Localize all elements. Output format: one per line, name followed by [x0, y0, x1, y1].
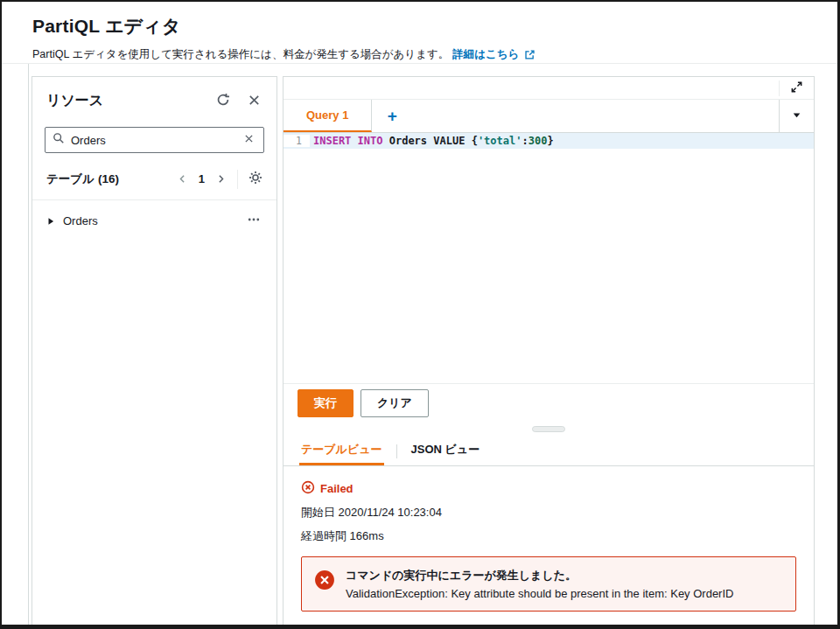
code-editor[interactable]: 1 INSERT INTO Orders VALUE {'total':300}	[284, 133, 814, 384]
page-title: PartiQL エディタ	[32, 14, 837, 38]
editor-actions: 実行 クリア	[284, 384, 814, 423]
pager-divider	[237, 170, 238, 189]
status-row: Failed	[301, 480, 796, 497]
code-token-colon: :	[522, 135, 528, 147]
pagination: 1	[175, 171, 228, 186]
tab-table-view[interactable]: テーブルビュー	[299, 437, 384, 465]
settings-button[interactable]	[247, 169, 264, 189]
result-tab-divider	[396, 444, 397, 458]
add-query-tab-button[interactable]: +	[372, 100, 412, 132]
resize-handle[interactable]	[532, 426, 565, 432]
partiql-editor-window: PartiQL エディタ PartiQL エディタを使用して実行される操作には、…	[0, 0, 840, 629]
ellipsis-icon	[247, 213, 261, 229]
editor-panel: Query 1 + 1 INSERT INTO Orders VALUE {'t…	[283, 76, 815, 625]
learn-more-link[interactable]: 詳細はこちら	[452, 47, 519, 62]
page-number[interactable]: 1	[199, 172, 205, 185]
tables-label: テーブル	[46, 171, 94, 187]
toolbar-divider	[779, 80, 780, 96]
run-button[interactable]: 実行	[298, 389, 354, 417]
fullscreen-button[interactable]	[788, 79, 805, 98]
nav-rail-divider	[28, 64, 29, 625]
content-region: リソース	[2, 64, 837, 625]
billing-notice-text: PartiQL エディタを使用して実行される操作には、料金が発生する場合がありま…	[32, 47, 449, 62]
tab-bar-spacer	[412, 100, 779, 132]
error-text-block: コマンドの実行中にエラーが発生しました。 ValidationException…	[346, 568, 733, 600]
table-name[interactable]: Orders	[63, 214, 245, 227]
page-header: PartiQL エディタ PartiQL エディタを使用して実行される操作には、…	[2, 2, 837, 64]
line-number: 1	[284, 135, 310, 147]
clear-search-button[interactable]	[242, 131, 256, 149]
query-tab-bar: Query 1 +	[284, 100, 814, 133]
code-content: INSERT INTO Orders VALUE {'total':300}	[310, 135, 554, 147]
clear-button[interactable]: クリア	[360, 389, 429, 417]
table-tree-item-orders[interactable]: Orders	[32, 200, 276, 241]
error-circle-icon	[314, 570, 335, 593]
close-panel-button[interactable]	[246, 92, 262, 111]
error-title: コマンドの実行中にエラーが発生しました。	[346, 568, 733, 584]
table-actions-button[interactable]	[245, 211, 262, 231]
code-token-close-brace: }	[547, 135, 553, 147]
table-search-box[interactable]	[45, 127, 264, 153]
tab-query-1[interactable]: Query 1	[284, 100, 372, 132]
tables-list-header: テーブル (16) 1	[46, 169, 264, 189]
code-token-keyword: INSERT INTO	[313, 135, 382, 147]
tables-count: (16)	[98, 172, 119, 185]
search-icon	[52, 132, 65, 148]
resources-title: リソース	[46, 92, 200, 110]
code-token-open-brace: {	[465, 135, 477, 147]
editor-toolbar	[284, 77, 814, 100]
resources-panel: リソース	[32, 76, 277, 625]
error-detail: ValidationException: Key attribute shoul…	[346, 587, 733, 600]
resources-header: リソース	[32, 77, 276, 118]
search-input[interactable]	[71, 134, 242, 147]
error-alert: コマンドの実行中にエラーが発生しました。 ValidationException…	[301, 556, 796, 612]
expand-icon	[790, 80, 803, 96]
code-token-identifiers: Orders VALUE	[389, 135, 466, 147]
refresh-icon	[216, 93, 230, 109]
page-description: PartiQL エディタを使用して実行される操作には、料金が発生する場合がありま…	[32, 47, 837, 62]
query-tab-label: Query 1	[306, 108, 348, 122]
code-token-number: 300	[528, 135, 548, 147]
elapsed-time-line: 経過時間 166ms	[301, 528, 796, 544]
refresh-button[interactable]	[214, 91, 232, 111]
result-tab-bar: テーブルビュー JSON ビュー	[284, 437, 814, 466]
gear-icon	[248, 171, 262, 187]
chevron-down-icon	[792, 109, 802, 122]
external-link-icon	[524, 49, 536, 60]
close-icon	[248, 94, 261, 109]
code-token-string: 'total'	[478, 135, 522, 147]
prev-page-button[interactable]	[175, 171, 190, 186]
failed-icon	[301, 480, 315, 497]
editor-line-1[interactable]: 1 INSERT INTO Orders VALUE {'total':300}	[284, 133, 814, 149]
start-date-line: 開始日 2020/11/24 10:23:04	[301, 505, 796, 521]
result-body: Failed 開始日 2020/11/24 10:23:04 経過時間 166m…	[284, 466, 814, 625]
next-page-button[interactable]	[214, 171, 228, 186]
expand-caret-icon[interactable]	[46, 217, 55, 226]
status-text: Failed	[320, 482, 354, 495]
clear-icon	[243, 133, 255, 147]
tab-list-dropdown-button[interactable]	[779, 100, 814, 132]
split-area	[284, 423, 814, 437]
code-token-space	[382, 135, 388, 147]
tab-json-view[interactable]: JSON ビュー	[410, 437, 482, 465]
